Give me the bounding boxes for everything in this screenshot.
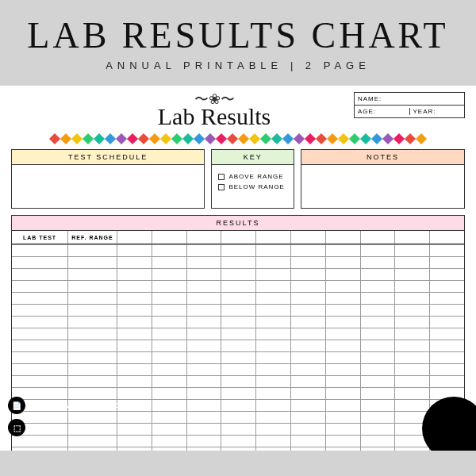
digital-text: DIGITAL bbox=[30, 424, 58, 432]
diamond-icon bbox=[316, 133, 327, 144]
panels-row: TEST SCHEDULE KEY ABOVE RANGEBELOW RANGE… bbox=[0, 149, 476, 209]
script-heading: 〜❀〜 Lab Results bbox=[75, 92, 354, 130]
table-row bbox=[12, 340, 464, 351]
table-row bbox=[12, 351, 464, 363]
diamond-icon bbox=[94, 133, 105, 144]
panel-header-notes: NOTES bbox=[301, 150, 464, 165]
format-badges: 📄 LETTER, HAPPY PLANNER ⬚ DIGITAL bbox=[8, 397, 123, 436]
digital-icon: ⬚ bbox=[8, 419, 25, 436]
diamond-icon bbox=[416, 133, 427, 144]
title-block: LAB RESULTS CHART ANNUAL PRINTABLE | 2 P… bbox=[27, 0, 448, 71]
sizes-text: LETTER, HAPPY PLANNER bbox=[30, 401, 123, 409]
diamond-icon bbox=[160, 133, 171, 144]
diamond-icon bbox=[194, 133, 205, 144]
col-ref-range: REF. RANGE bbox=[67, 231, 117, 244]
key-item-label: BELOW RANGE bbox=[228, 183, 285, 190]
diamond-icon bbox=[371, 133, 382, 144]
page-icon: 📄 bbox=[8, 397, 25, 414]
diamond-icon bbox=[182, 133, 194, 144]
panel-header-key: KEY bbox=[212, 150, 294, 165]
sizes-badge: 📄 LETTER, HAPPY PLANNER bbox=[8, 397, 123, 414]
script-title: Lab Results bbox=[75, 103, 354, 130]
table-row bbox=[12, 244, 464, 256]
diamond-icon bbox=[105, 133, 116, 144]
diamond-icon bbox=[349, 133, 360, 144]
age-label: AGE: bbox=[358, 108, 406, 115]
subtitle: ANNUAL PRINTABLE | 2 PAGE bbox=[27, 60, 448, 71]
diamond-icon bbox=[138, 133, 149, 144]
name-label: NAME: bbox=[358, 95, 382, 102]
digital-badge: ⬚ DIGITAL bbox=[8, 419, 123, 436]
planner-sheet: 〜❀〜 Lab Results NAME: AGE: YEAR: TEST SC… bbox=[0, 86, 476, 451]
diamond-icon bbox=[382, 133, 393, 144]
diamond-icon bbox=[149, 133, 160, 144]
product-hero: LAB RESULTS CHART ANNUAL PRINTABLE | 2 P… bbox=[0, 0, 476, 476]
diamond-icon bbox=[282, 133, 294, 144]
diamond-icon bbox=[171, 133, 182, 144]
diamond-icon bbox=[327, 133, 338, 144]
table-row bbox=[12, 280, 464, 292]
diamond-icon bbox=[338, 133, 349, 144]
sheet-top-row: 〜❀〜 Lab Results NAME: AGE: YEAR: bbox=[0, 92, 476, 130]
key-item-label: ABOVE RANGE bbox=[228, 173, 283, 180]
diamond-icon bbox=[216, 133, 227, 144]
diamond-icon bbox=[393, 133, 405, 144]
key-item: ABOVE RANGE bbox=[218, 173, 287, 180]
diamond-icon bbox=[205, 133, 216, 144]
results-header: RESULTS bbox=[11, 215, 465, 230]
diamond-icon bbox=[71, 133, 83, 144]
table-row bbox=[12, 304, 464, 316]
table-row bbox=[12, 256, 464, 268]
diamond-icon bbox=[360, 133, 371, 144]
diamond-icon bbox=[249, 133, 260, 144]
table-row bbox=[12, 375, 464, 387]
grid-header-row: LAB TESTREF. RANGE bbox=[12, 230, 464, 244]
table-row bbox=[12, 268, 464, 280]
diamond-icon bbox=[294, 133, 305, 144]
checkbox-icon bbox=[218, 184, 225, 190]
diamond-icon bbox=[83, 133, 94, 144]
checkbox-icon bbox=[218, 174, 225, 180]
table-row bbox=[12, 435, 464, 447]
diamond-icon bbox=[49, 133, 60, 144]
diamond-icon bbox=[127, 133, 138, 144]
panel-header-schedule: TEST SCHEDULE bbox=[12, 150, 204, 165]
key-panel: KEY ABOVE RANGEBELOW RANGE bbox=[211, 149, 294, 209]
key-item: BELOW RANGE bbox=[218, 183, 287, 190]
diamond-icon bbox=[271, 133, 282, 144]
diamond-divider bbox=[0, 135, 476, 143]
patient-info-box: NAME: AGE: YEAR: bbox=[354, 92, 465, 118]
diamond-icon bbox=[260, 133, 271, 144]
table-row bbox=[12, 447, 464, 451]
col-lab-test: LAB TEST bbox=[12, 231, 67, 244]
diamond-icon bbox=[238, 133, 249, 144]
table-row bbox=[12, 328, 464, 340]
table-row bbox=[12, 316, 464, 328]
test-schedule-panel: TEST SCHEDULE bbox=[11, 149, 205, 209]
diamond-icon bbox=[227, 133, 238, 144]
diamond-icon bbox=[405, 133, 416, 144]
notes-panel: NOTES bbox=[301, 149, 465, 209]
diamond-icon bbox=[60, 133, 71, 144]
main-title: LAB RESULTS CHART bbox=[27, 14, 448, 56]
diamond-icon bbox=[305, 133, 316, 144]
table-row bbox=[12, 292, 464, 304]
table-row bbox=[12, 363, 464, 375]
diamond-icon bbox=[116, 133, 127, 144]
year-label: YEAR: bbox=[409, 108, 462, 115]
